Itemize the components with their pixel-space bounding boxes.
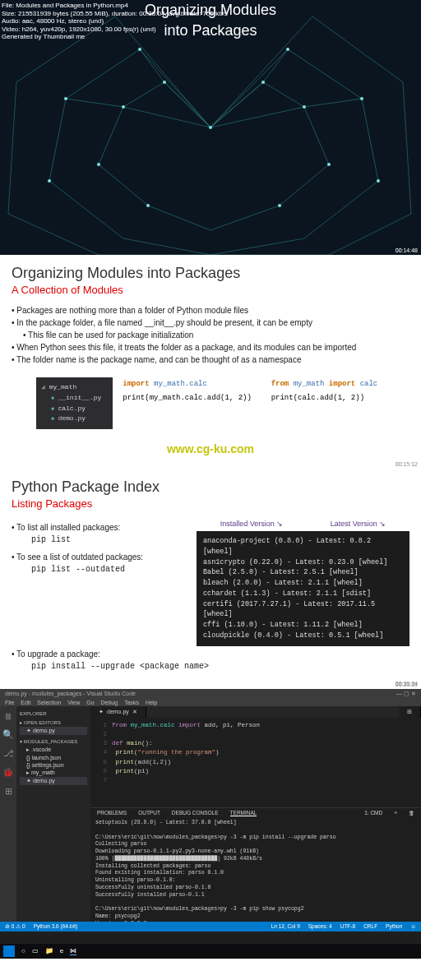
svg-line-8 — [263, 49, 288, 82]
split-icon[interactable]: ⊞ — [399, 706, 421, 718]
slide1-bullets: Packages are nothing more than a folder … — [12, 306, 409, 364]
taskview-icon[interactable]: ▭ — [32, 947, 39, 955]
video-thumbnail: File: Modules and Packages in Python.mp4… — [0, 0, 421, 255]
svg-point-19 — [278, 204, 281, 207]
svg-line-5 — [123, 107, 210, 127]
svg-line-7 — [140, 49, 164, 82]
slide1-title: Organizing Modules into Packages — [12, 265, 409, 282]
panel-tabs[interactable]: PROBLEMS OUTPUT DEBUG CONSOLE TERMINAL 1… — [90, 807, 421, 818]
svg-point-14 — [122, 105, 125, 109]
slide-modules-packages: Organizing Modules into Packages A Colle… — [0, 255, 421, 469]
video-title: Organizing Modules into Packages — [0, 0, 421, 41]
svg-point-13 — [261, 81, 265, 84]
svg-point-16 — [97, 163, 100, 166]
svg-point-25 — [377, 179, 380, 183]
slide1-timestamp: 00:15:12 — [396, 461, 418, 467]
explorer-sidebar[interactable]: EXPLORER ▸ OPEN EDITORS ✦ demo.py ▾ MODU… — [16, 706, 90, 922]
svg-line-4 — [210, 82, 263, 127]
svg-point-21 — [286, 48, 289, 51]
svg-point-20 — [138, 48, 141, 51]
svg-point-12 — [163, 81, 166, 84]
svg-line-10 — [304, 99, 362, 107]
window-controls[interactable]: — ▢ ✕ — [396, 691, 416, 697]
code-example-import: import my_math.calc print(my_math.calc.a… — [123, 377, 261, 429]
edge-icon[interactable]: e — [60, 947, 63, 955]
git-icon[interactable]: ⎇ — [3, 748, 14, 759]
slide-pypi: Python Package Index Listing Packages To… — [0, 469, 421, 689]
svg-point-23 — [360, 97, 363, 100]
search-icon[interactable]: ○ — [21, 947, 25, 955]
pip-commands-2: To upgrade a package:pip install --upgra… — [12, 649, 409, 671]
files-icon[interactable]: 🗎 — [4, 711, 13, 721]
svg-line-6 — [210, 107, 304, 127]
slide1-subtitle: A Collection of Modules — [12, 284, 409, 296]
svg-line-9 — [66, 99, 123, 107]
search-icon[interactable]: 🔍 — [2, 729, 14, 740]
vscode-menubar[interactable]: File Edit Selection View Go Debug Tasks … — [0, 699, 421, 706]
vscode-icon[interactable]: ⋈ — [70, 947, 76, 955]
integrated-terminal[interactable]: setuptools (28.8.0) - Latest: 37.0.0 [wh… — [90, 818, 421, 922]
watermark: www.cg-ku.com — [12, 439, 409, 459]
svg-line-3 — [164, 82, 210, 127]
svg-point-18 — [146, 204, 150, 207]
tab-demo[interactable]: ✦ demo.py ✕ — [90, 706, 146, 718]
terminal-annotations: Installed Version Latest Version — [197, 520, 409, 528]
file-tree: my_math __init__.py calc.py demo.py — [36, 377, 113, 429]
vscode-window: demo.py - modules_packages - Visual Stud… — [0, 689, 421, 944]
code-example-from-import: from my_math import calc print(calc.add(… — [271, 377, 409, 429]
trash-icon[interactable]: 🗑 — [409, 810, 414, 816]
svg-marker-0 — [99, 82, 329, 230]
svg-marker-2 — [8, 16, 411, 255]
svg-point-22 — [64, 97, 67, 100]
svg-point-11 — [209, 126, 212, 129]
open-editor-item[interactable]: ✦ demo.py — [20, 727, 87, 735]
pip-commands: To list all installed packages:pip list … — [12, 523, 187, 574]
slide2-subtitle: Listing Packages — [12, 497, 409, 510]
windows-taskbar[interactable]: ○ ▭ 📁 e ⋈ — [0, 944, 421, 959]
extensions-icon[interactable]: ⊞ — [5, 786, 12, 797]
code-editor[interactable]: 1from my_math.calc import add, pi, Perso… — [90, 718, 421, 807]
svg-marker-1 — [49, 49, 378, 255]
pip-output-terminal: anaconda-project (0.8.0) - Latest: 0.8.2… — [197, 531, 409, 646]
editor-tabs[interactable]: ✦ demo.py ✕ ⊞ — [90, 706, 421, 718]
status-bar[interactable]: ⊘ 0 ⚠ 0 Python 3.6 (64-bit) Ln 12, Col 9… — [0, 922, 421, 931]
svg-point-15 — [303, 105, 306, 109]
vscode-titlebar[interactable]: demo.py - modules_packages - Visual Stud… — [0, 689, 421, 699]
plus-icon[interactable]: + — [394, 810, 397, 816]
video-timestamp: 00:14:48 — [396, 247, 418, 253]
debug-icon[interactable]: 🐞 — [2, 767, 14, 778]
svg-point-17 — [327, 163, 331, 166]
activity-bar[interactable]: 🗎 🔍 ⎇ 🐞 ⊞ — [0, 706, 16, 922]
svg-point-24 — [48, 179, 51, 183]
start-button[interactable] — [3, 945, 15, 957]
slide2-title: Python Package Index — [12, 478, 409, 496]
explorer-icon[interactable]: 📁 — [45, 947, 53, 955]
